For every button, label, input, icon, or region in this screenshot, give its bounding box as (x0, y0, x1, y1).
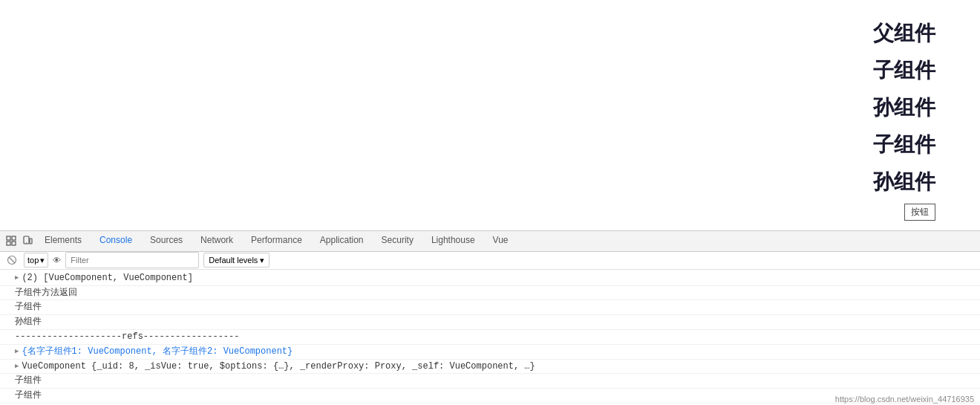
devtools-output-panel: ▶ (2) [VueComponent, VueComponent] 子组件方法… (0, 270, 980, 405)
component-text-4: 子组件 (873, 126, 935, 163)
context-select[interactable]: top ▾ (24, 253, 48, 268)
svg-rect-1 (12, 236, 16, 240)
console-line-9: 子组件 (0, 389, 980, 404)
component-list: 父组件 子组件 孙组件 子组件 孙组件 按钮 (873, 15, 935, 221)
console-text-2: 子组件方法返回 (15, 287, 77, 299)
svg-rect-0 (7, 236, 10, 240)
console-line-1: ▶ (2) [VueComponent, VueComponent] (0, 271, 980, 286)
component-text-5: 孙组件 (873, 163, 935, 201)
chevron-down-icon: ▾ (40, 256, 45, 265)
console-text-4: 孙组件 (15, 316, 42, 328)
console-text-3: 子组件 (15, 301, 42, 314)
tab-elements[interactable]: Elements (36, 231, 91, 252)
tab-sources[interactable]: Sources (141, 231, 192, 252)
expand-triangle-1[interactable]: ▶ (15, 273, 19, 283)
button-box: 按钮 (904, 204, 935, 221)
console-text-5: --------------------refs----------------… (15, 331, 239, 343)
component-text-2: 子组件 (873, 52, 935, 89)
main-content: 父组件 子组件 孙组件 子组件 孙组件 按钮 (0, 0, 980, 230)
console-text-9: 子组件 (15, 389, 42, 402)
svg-rect-2 (7, 242, 10, 245)
svg-line-8 (9, 257, 15, 263)
console-line-6: ▶ {名字子组件1: VueComponent, 名字子组件2: VueComp… (0, 345, 980, 360)
inspect-icon[interactable] (3, 233, 19, 249)
eye-icon: 👁 (53, 256, 61, 265)
console-output: ▶ (2) [VueComponent, VueComponent] 子组件方法… (0, 270, 980, 405)
console-clear-icon[interactable] (4, 253, 19, 268)
expand-triangle-3[interactable]: ▶ (15, 362, 19, 372)
default-levels-select[interactable]: Default levels ▾ (203, 253, 270, 268)
context-label: top (27, 256, 39, 265)
console-text-7: VueComponent {_uid: 8, _isVue: true, $op… (22, 360, 535, 373)
console-filter-bar: top ▾ 👁 Default levels ▾ (0, 252, 980, 270)
console-line-8: 子组件 (0, 374, 980, 389)
tab-security[interactable]: Security (373, 231, 422, 252)
console-line-7: ▶ VueComponent {_uid: 8, _isVue: true, $… (0, 360, 980, 375)
console-text-6: {名字子组件1: VueComponent, 名字子组件2: VueCompon… (22, 346, 293, 358)
svg-rect-5 (30, 239, 32, 244)
tab-network[interactable]: Network (192, 231, 242, 252)
device-icon[interactable] (19, 233, 36, 249)
console-line-2: 子组件方法返回 (0, 286, 980, 301)
component-text-1: 父组件 (873, 15, 935, 52)
main-button[interactable]: 按钮 (904, 204, 935, 221)
tab-console[interactable]: Console (91, 231, 141, 252)
svg-point-6 (26, 243, 27, 244)
default-levels-label: Default levels ▾ (209, 256, 264, 265)
console-text-8: 子组件 (15, 375, 42, 387)
console-line-4: 孙组件 (0, 315, 980, 330)
svg-rect-3 (12, 242, 16, 245)
url-info: https://blog.csdn.net/weixin_44716935 (835, 395, 974, 404)
devtools-tabs: Elements Console Sources Network Perform… (0, 231, 980, 252)
console-line-3: 子组件 (0, 300, 980, 315)
expand-triangle-2[interactable]: ▶ (15, 347, 19, 357)
console-line-5: --------------------refs----------------… (0, 330, 980, 345)
tab-vue[interactable]: Vue (484, 231, 517, 252)
console-text-1: (2) [VueComponent, VueComponent] (22, 272, 192, 285)
tab-performance[interactable]: Performance (242, 231, 311, 252)
filter-input[interactable] (65, 252, 199, 268)
tab-lighthouse[interactable]: Lighthouse (422, 231, 484, 252)
component-text-3: 孙组件 (873, 89, 935, 126)
devtools-panel: Elements Console Sources Network Perform… (0, 230, 980, 405)
tab-application[interactable]: Application (311, 231, 373, 252)
